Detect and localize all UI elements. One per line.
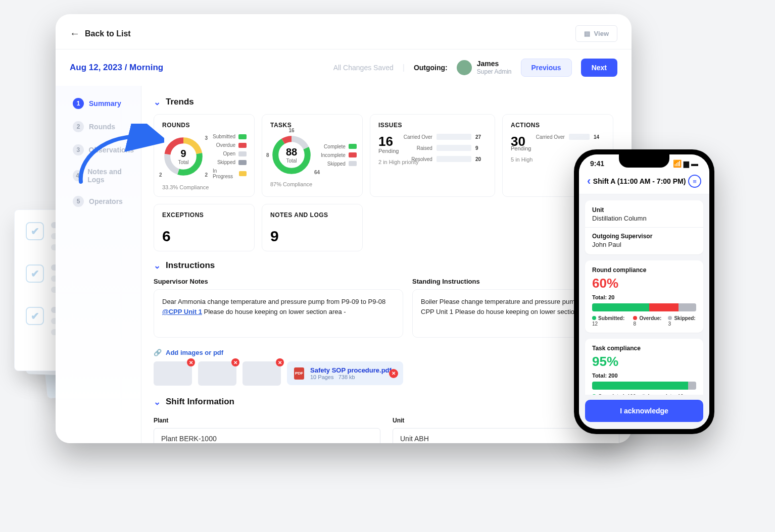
view-button[interactable]: ▤ View [575,25,617,42]
section-instructions-header[interactable]: ⌄ Instructions [154,260,619,271]
chevron-down-icon: ⌄ [154,98,161,105]
step-observations[interactable]: 3Observations [70,138,137,162]
round-segbar [592,303,696,311]
supervisor-notes-box[interactable]: Dear Ammonia change temperature and pres… [154,289,403,338]
remove-icon[interactable]: ✕ [231,358,239,366]
phone-task-compliance: Task compliance 95% Total: 200 Completed… [585,339,703,395]
main-window: ← Back to List ▤ View Aug 12, 2023 / Mor… [56,14,632,443]
remove-icon[interactable]: ✕ [276,358,284,366]
outgoing-label: Outgoing: [414,64,448,72]
arrow-left-icon: ← [70,28,80,39]
add-attachment-link[interactable]: 🔗 Add images or pdf [154,349,403,356]
phone-unit-card: Unit Distillation Column Outgoing Superv… [585,200,703,254]
signal-icon: 📶 [673,159,682,168]
tasks-legend: Complete Incomplete Skipped [321,144,357,167]
remove-file-icon[interactable]: ✕ [389,369,398,378]
file-name: Safety SOP procedure.pdf [310,366,392,374]
attachment-thumb[interactable]: ✕ [154,361,192,386]
wifi-icon: ▆ [684,159,689,168]
card-actions-title: ACTIONS [511,122,605,129]
task-segbar [592,382,696,390]
link-icon: 🔗 [154,349,162,356]
section-trends-title: Trends [166,97,194,107]
back-to-list[interactable]: ← Back to List [70,28,131,39]
previous-button[interactable]: Previous [521,59,572,77]
rounds-donut: 9Total 2 3 2 2 [162,135,205,178]
rounds-legend: Submitted Overdue Open Skipped In Progre… [213,134,247,179]
step-notes-logs[interactable]: 4Notes and Logs [70,162,137,190]
phone-time: 9:41 [590,159,604,168]
tasks-footer: 87% Compliance [270,181,354,187]
step-operators[interactable]: 5Operators [70,190,137,213]
user-block[interactable]: James Super Admin [457,60,512,75]
phone-back-button[interactable]: ‹ [587,175,591,188]
plant-label: Plant [154,417,380,424]
card-tasks: TASKS 88Total 16 8 64 [262,114,363,197]
phone-round-compliance: Round compliance 60% Total: 20 Submitted… [585,260,703,333]
autosave-status: All Changes Saved [333,64,394,72]
acknowledge-button[interactable]: I acknowledge [585,400,703,422]
phone-title: Shift A (11:00 AM - 7:00 PM) [593,177,686,185]
step-summary[interactable]: 1Summary [70,92,137,115]
file-attachment[interactable]: PDF Safety SOP procedure.pdf 10 Pages 73… [287,361,403,385]
user-name: James [477,60,512,68]
pdf-icon: PDF [294,367,304,380]
chevron-down-icon: ⌄ [154,262,161,269]
mention-link[interactable]: @CPP Unit 1 [162,308,202,315]
step-rounds[interactable]: 2Rounds [70,115,137,138]
battery-icon: ▬ [691,159,698,168]
phone-filter-button[interactable]: ≡ [688,175,701,188]
tasks-donut: 88Total 16 8 64 [270,134,313,176]
remove-icon[interactable]: ✕ [187,358,195,366]
content: ⌄ Trends ROUNDS [141,86,632,443]
next-button[interactable]: Next [581,59,617,77]
card-tasks-title: TASKS [270,122,354,129]
sidebar: 1Summary 2Rounds 3Observations 4Notes an… [56,86,141,443]
attachment-thumb[interactable]: ✕ [243,361,281,386]
view-label: View [594,30,609,37]
noteslogs-value: 9 [270,228,354,245]
user-role: Super Admin [477,68,512,75]
card-notes-logs: NOTES AND LOGS 9 [262,204,363,251]
rounds-footer: 33.3% Compliance [162,184,246,190]
section-trends-header[interactable]: ⌄ Trends [154,97,619,107]
phone-mockup: 9:41 📶 ▆ ▬ ‹ Shift A (11:00 AM - 7:00 PM… [574,149,714,434]
section-shift-info-header[interactable]: ⌄ Shift Information [154,397,619,407]
chevron-down-icon: ⌄ [154,398,161,405]
card-issues-title: ISSUES [378,122,487,129]
avatar [457,60,472,75]
supervisor-notes-heading: Supervisor Notes [154,278,403,285]
back-label: Back to List [85,29,131,38]
shift-date-title: Aug 12, 2023 / Morning [70,63,163,73]
plant-input[interactable] [154,428,380,443]
card-issues: ISSUES 16 Carried Over27 Raised9 Resolve… [370,114,495,197]
attachment-thumb[interactable]: ✕ [198,361,236,386]
card-rounds: ROUNDS 9Total 2 3 2 [154,114,255,197]
exceptions-value: 6 [162,228,246,245]
document-icon: ▤ [584,30,590,37]
card-exceptions: EXCEPTIONS 6 [154,204,255,251]
phone-statusbar: 9:41 📶 ▆ ▬ [579,154,709,170]
card-rounds-title: ROUNDS [162,122,246,129]
